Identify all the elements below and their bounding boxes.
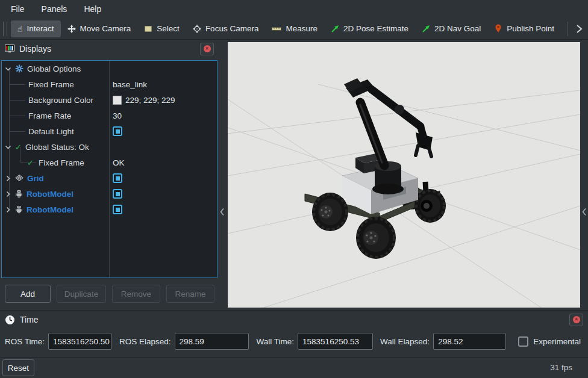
background-color-swatch[interactable] [113,96,122,105]
pose-estimate-arrow-icon [331,25,339,33]
tool-measure-label: Measure [286,24,317,33]
add-display-button[interactable]: Add [5,285,51,303]
time-close-button[interactable]: ✕ [569,314,583,326]
collapse-right-panel-handle[interactable] [581,206,588,218]
tree-row-background-color[interactable]: Background Color 229; 229; 229 [2,92,217,108]
tool-focus-camera[interactable]: Focus Camera [186,20,266,37]
tool-2d-nav-goal-label: 2D Nav Goal [434,24,481,33]
tool-2d-pose-estimate[interactable]: 2D Pose Estimate [324,20,415,37]
tree-row-fixed-frame[interactable]: Fixed Frame base_link [2,76,217,92]
grid-enabled-checkbox[interactable] [113,173,122,183]
measure-ruler-icon [272,25,281,33]
row-label: Default Light [28,127,74,136]
displays-tree[interactable]: Global Options Fixed Frame base_link Bac… [1,60,217,278]
time-panel-header[interactable]: Time ✕ [0,312,588,327]
move-camera-icon [67,25,76,33]
rviz-window: { "menu": { "items": [ { "label": "File"… [0,0,588,378]
row-label: Global Status: Ok [25,143,89,152]
tree-row-robotmodel-2[interactable]: RobotModel [2,202,217,217]
time-panel: Time ✕ ROS Time: 1583516250.50 ROS Elaps… [0,310,588,357]
chevron-right-icon[interactable] [5,175,11,182]
ros-elapsed-field[interactable]: 298.59 [175,333,249,350]
displays-panel-title: Displays [19,44,51,54]
chevron-left-icon [220,208,225,216]
toolbar-expand-button[interactable] [570,20,588,37]
fixed-frame-value[interactable]: base_link [113,80,147,89]
robot-model-3d [228,42,580,308]
status-bar: Reset 31 fps [0,357,588,378]
toolbar: ☝ Interact Move Camera Select [0,18,588,40]
row-label: Background Color [28,96,93,105]
tree-row-global-options[interactable]: Global Options [2,61,217,76]
tool-select-label: Select [157,24,180,33]
menu-bar: File Panels Help [0,0,588,18]
remove-display-button[interactable]: Remove [112,285,160,303]
row-label: RobotModel [27,205,74,214]
tree-row-grid[interactable]: Grid [2,170,217,186]
status-ok-check-icon: ✓ [15,143,22,151]
fps-counter: 31 fps [550,363,572,372]
publish-point-pin-icon [494,24,502,33]
wall-time-field[interactable]: 1583516250.53 [298,333,373,350]
menu-file[interactable]: File [2,0,33,18]
chevron-right-icon [575,24,583,34]
robotmodel-2-enabled-checkbox[interactable] [113,205,122,214]
experimental-checkbox[interactable] [518,336,528,347]
status-value: OK [113,158,125,167]
tool-select[interactable]: Select [137,20,186,37]
tree-row-global-status[interactable]: ✓ Global Status: Ok [2,139,217,155]
displays-buttons-row: Add Duplicate Remove Rename [5,285,214,303]
main-area: Displays ✕ [0,40,588,310]
frame-rate-value[interactable]: 30 [113,111,122,120]
row-label: Grid [27,174,44,183]
menu-panels[interactable]: Panels [33,0,76,18]
row-label: Fixed Frame [28,80,74,89]
tool-move-camera[interactable]: Move Camera [61,20,138,37]
grid-display-icon [15,175,23,182]
collapse-left-panel-handle[interactable] [219,206,226,218]
row-label: Global Options [27,64,81,73]
close-icon: ✕ [573,316,580,323]
tool-publish-point[interactable]: Publish Point [487,20,561,37]
wall-time-label: Wall Time: [257,337,295,346]
3d-viewport[interactable] [228,42,580,308]
ros-time-field[interactable]: 1583516250.50 [48,333,111,350]
tool-interact[interactable]: ☝ Interact [11,20,61,37]
time-fields-row: ROS Time: 1583516250.50 ROS Elapsed: 298… [0,332,588,350]
robot-model-icon [15,190,23,198]
gear-icon [15,64,23,73]
ros-elapsed-label: ROS Elapsed: [119,337,171,346]
menu-help[interactable]: Help [75,0,110,18]
chevron-down-icon[interactable] [5,66,11,72]
chevron-left-icon [582,208,587,216]
wall-elapsed-label: Wall Elapsed: [380,337,430,346]
row-label: Fixed Frame [39,158,84,167]
clock-icon [5,315,15,325]
tool-measure[interactable]: Measure [265,20,324,37]
tool-2d-nav-goal[interactable]: 2D Nav Goal [415,20,487,37]
reset-button[interactable]: Reset [2,359,34,376]
time-panel-title: Time [20,315,39,324]
select-icon [144,25,152,33]
tool-publish-point-label: Publish Point [507,24,554,33]
tree-row-default-light[interactable]: Default Light [2,123,217,139]
tool-focus-camera-label: Focus Camera [205,24,259,33]
displays-close-button[interactable]: ✕ [200,43,214,55]
toolbar-drag-handle[interactable] [3,22,7,36]
interact-hand-icon: ☝ [17,25,23,33]
rename-display-button[interactable]: Rename [166,285,214,303]
robotmodel-1-enabled-checkbox[interactable] [113,189,122,199]
wall-elapsed-field[interactable]: 298.52 [433,333,506,350]
tree-row-status-fixed-frame[interactable]: ✓ Fixed Frame OK [2,155,217,170]
chevron-down-icon[interactable] [5,144,11,150]
tree-row-robotmodel-1[interactable]: RobotModel [2,186,217,202]
background-color-value[interactable]: 229; 229; 229 [125,96,175,105]
chevron-right-icon[interactable] [5,206,11,213]
duplicate-display-button[interactable]: Duplicate [57,285,106,303]
displays-panel-header[interactable]: Displays ✕ [0,40,219,58]
tree-row-frame-rate[interactable]: Frame Rate 30 [2,108,217,123]
chevron-right-icon[interactable] [5,191,11,197]
default-light-checkbox[interactable] [113,126,122,136]
focus-camera-icon [193,25,201,33]
experimental-label: Experimental [533,337,581,346]
